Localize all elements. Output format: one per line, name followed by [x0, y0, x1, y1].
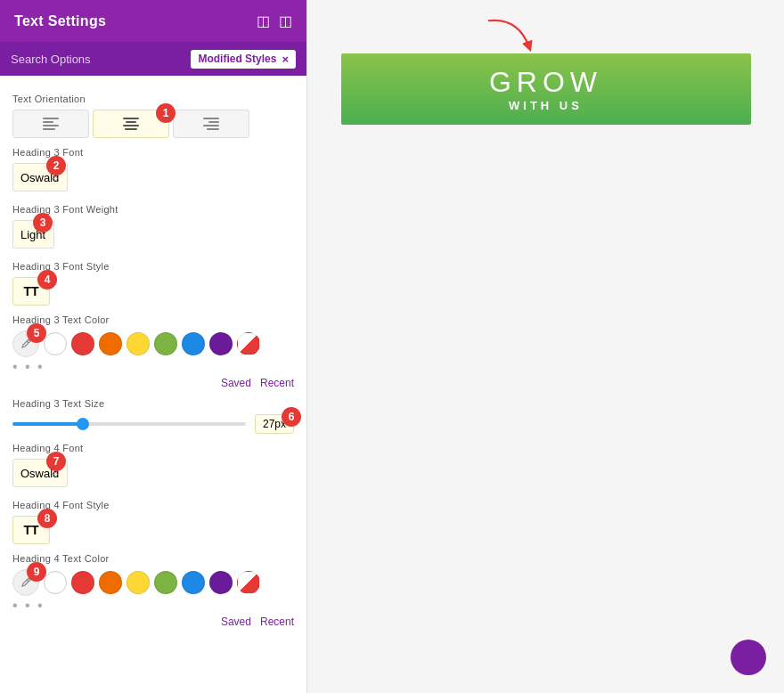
right-panel: GROW WITH US: [307, 0, 784, 693]
color-yellow[interactable]: [127, 332, 150, 355]
badge-3: 3: [33, 213, 53, 232]
text-orientation-label: Text Orientation: [12, 94, 294, 104]
h3-size-value-wrapper: 27px 6: [255, 414, 294, 434]
h3-recent-link[interactable]: Recent: [260, 377, 294, 389]
h4-color-orange[interactable]: [99, 571, 122, 594]
h4-color-yellow[interactable]: [127, 571, 150, 594]
search-bar: Search Options Modified Styles ×: [0, 42, 306, 76]
svg-line-12: [27, 341, 29, 343]
h3-color-links: Saved Recent: [12, 377, 294, 389]
svg-rect-9: [208, 121, 219, 123]
h4-color-row: 9: [12, 569, 294, 596]
h3-font-style-row: TT 4: [12, 277, 294, 306]
svg-rect-11: [207, 128, 219, 130]
panel-header: Text Settings ◫ ◫: [0, 0, 306, 42]
h4-color-purple[interactable]: [209, 571, 233, 594]
h4-font-style-label: Heading 4 Font Style: [12, 500, 294, 510]
h4-color-dots: • • •: [12, 598, 294, 614]
svg-rect-0: [43, 118, 59, 119]
text-orientation-row: 1: [12, 110, 294, 138]
search-options-label[interactable]: Search Options: [11, 53, 191, 66]
svg-rect-3: [43, 128, 55, 130]
svg-rect-4: [123, 118, 139, 119]
h4-color-red[interactable]: [71, 571, 94, 594]
h3-tt-wrapper: TT 4: [12, 277, 50, 306]
preview-banner: GROW WITH US: [341, 53, 751, 125]
h3-saved-link[interactable]: Saved: [221, 377, 251, 389]
svg-rect-6: [123, 125, 139, 126]
h4-eyedropper-wrapper: 9: [12, 569, 39, 596]
h4-color-blue[interactable]: [182, 571, 205, 594]
h4-color-diagonal[interactable]: [237, 571, 260, 594]
h4-recent-link[interactable]: Recent: [260, 616, 294, 628]
purple-circle-button[interactable]: [731, 640, 766, 675]
badge-8: 8: [37, 509, 57, 528]
h4-font-style-row: TT 8: [12, 516, 294, 544]
h4-saved-link[interactable]: Saved: [221, 616, 251, 628]
panel-content: Text Orientation 1: [0, 76, 306, 693]
h3-font-wrapper: Oswald 2: [12, 163, 68, 192]
svg-rect-2: [43, 125, 59, 126]
header-icons: ◫ ◫: [257, 12, 292, 29]
color-diagonal[interactable]: [237, 332, 260, 355]
h4-tt-wrapper: TT 8: [12, 516, 50, 544]
h3-eyedropper-wrapper: 5: [12, 330, 39, 357]
badge-2: 2: [46, 156, 66, 175]
panel-title: Text Settings: [14, 13, 106, 29]
badge-1: 1: [156, 103, 176, 123]
svg-rect-7: [125, 128, 137, 130]
h4-font-wrapper: Oswald 7: [12, 459, 68, 487]
banner-withus-text: WITH US: [509, 99, 583, 112]
h3-size-slider-row: 27px 6: [12, 414, 294, 434]
svg-rect-5: [126, 121, 136, 123]
orient-right-button[interactable]: [173, 110, 249, 138]
badge-9: 9: [27, 562, 46, 582]
red-arrow-icon: [475, 13, 546, 58]
h4-color-white[interactable]: [44, 571, 67, 594]
svg-line-13: [27, 580, 29, 582]
badge-6: 6: [282, 407, 301, 427]
h3-font-style-label: Heading 3 Font Style: [12, 261, 294, 272]
h3-text-color-label: Heading 3 Text Color: [12, 314, 294, 325]
h4-color-green[interactable]: [154, 571, 177, 594]
modified-styles-text: Modified Styles: [198, 53, 276, 65]
h3-text-size-label: Heading 3 Text Size: [12, 398, 294, 409]
svg-rect-10: [203, 125, 219, 126]
badge-7: 7: [46, 452, 66, 471]
h3-color-dots: • • •: [12, 359, 294, 375]
columns-icon[interactable]: ◫: [279, 12, 292, 29]
orient-center-button[interactable]: 1: [93, 110, 169, 138]
color-purple[interactable]: [209, 332, 233, 355]
h4-color-links: Saved Recent: [12, 616, 294, 628]
orient-left-button[interactable]: [12, 110, 89, 138]
h3-size-slider-thumb[interactable]: [77, 418, 89, 430]
badge-5: 5: [27, 323, 46, 343]
color-red[interactable]: [71, 332, 94, 355]
h3-font-weight-wrapper: Light 3: [12, 220, 54, 249]
h3-font-weight-label: Heading 3 Font Weight: [12, 204, 294, 215]
svg-rect-1: [43, 121, 53, 123]
h3-size-slider[interactable]: [12, 422, 246, 426]
h4-text-color-label: Heading 4 Text Color: [12, 553, 294, 564]
left-panel: Text Settings ◫ ◫ Search Options Modifie…: [0, 0, 307, 693]
h3-color-row: 5: [12, 330, 294, 357]
badge-4: 4: [37, 270, 57, 289]
color-white[interactable]: [44, 332, 67, 355]
expand-icon[interactable]: ◫: [257, 12, 270, 29]
close-modified-styles-button[interactable]: ×: [282, 53, 289, 66]
modified-styles-badge: Modified Styles ×: [191, 50, 296, 69]
color-orange[interactable]: [99, 332, 122, 355]
color-green[interactable]: [154, 332, 177, 355]
banner-grow-text: GROW: [489, 66, 602, 99]
svg-rect-8: [203, 118, 219, 119]
arrow-container: [475, 13, 546, 61]
color-blue[interactable]: [182, 332, 205, 355]
